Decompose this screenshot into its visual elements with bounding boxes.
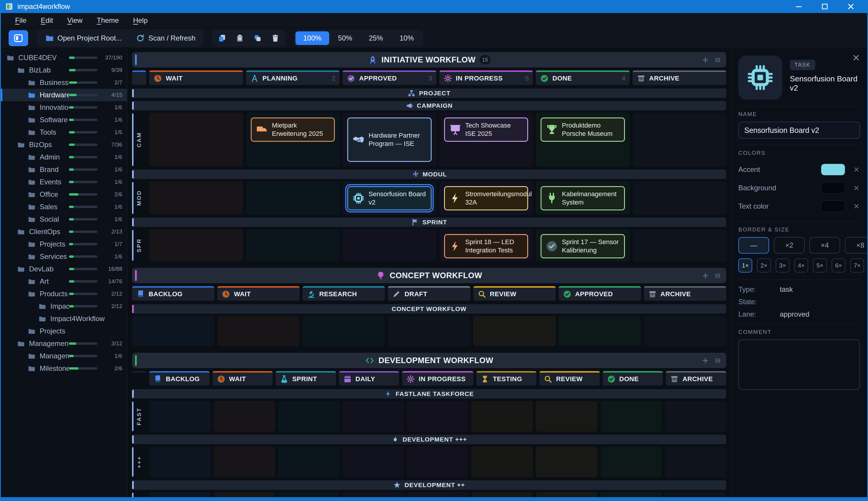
sidebar-item-brand[interactable]: Brand1/6 [1, 163, 127, 176]
sidebar-item-innovation[interactable]: Innovation1/6 [1, 101, 127, 114]
card-sprint-18-led-integration-tests[interactable]: Sprint 18 — LED Integration Tests [444, 234, 528, 258]
sidebar-item-projects[interactable]: Projects [1, 325, 127, 337]
sidebar-item-admin[interactable]: Admin1/6 [1, 151, 127, 163]
progress-indicator: 2/12 [69, 303, 122, 310]
border-option-x2[interactable]: ×2 [774, 237, 805, 254]
zoom-25percent-button[interactable]: 25% [361, 31, 391, 45]
progress-indicator: 1/6 [69, 204, 122, 210]
sidebar-item-devlab[interactable]: DevLab16/88 [1, 263, 127, 275]
border-option-none[interactable]: — [738, 237, 769, 254]
border-option-x4[interactable]: ×4 [809, 237, 840, 254]
size-option-5x[interactable]: 5× [813, 258, 827, 273]
sidebar-item-management[interactable]: Management1/6 [1, 350, 127, 362]
maximize-button[interactable] [821, 2, 829, 11]
add-card-icon[interactable] [701, 271, 709, 280]
column-header-wait: WAIT [213, 371, 273, 386]
column-header-planning: PLANNING2 [246, 71, 340, 85]
sidebar-item-projects[interactable]: Projects1/7 [1, 238, 127, 250]
sidebar-item-bizops[interactable]: BizOps7/36 [1, 138, 127, 151]
sidebar-item-hardware[interactable]: Hardware4/15 [1, 89, 127, 101]
card-produktdemo-porsche-museum[interactable]: Produktdemo Porsche Museum [541, 117, 625, 142]
sidebar-toggle-button[interactable] [9, 30, 28, 46]
background-swatch[interactable] [821, 182, 845, 194]
collapse-board-icon[interactable] [714, 57, 721, 63]
sidebar-item-impact4workflow[interactable]: Impact4Workflow [1, 312, 127, 325]
sidebar-item-sales[interactable]: Sales1/6 [1, 201, 127, 213]
sidebar-item-tools[interactable]: Tools1/5 [1, 126, 127, 138]
sidebar-item-clientops[interactable]: ClientOps2/13 [1, 225, 127, 238]
sidebar-item-cube4dev[interactable]: CUBE4DEV37/190 [1, 52, 127, 64]
progress-indicator: 14/76 [69, 278, 122, 285]
clear-color-icon[interactable] [853, 166, 860, 173]
card-tech-showcase-ise-2025[interactable]: Tech Showcase ISE 2025 [444, 117, 528, 142]
sidebar-item-milestones[interactable]: Milestones2/6 [1, 362, 127, 375]
clear-color-icon[interactable] [853, 184, 860, 191]
sidebar-item-bizlab[interactable]: BizLab9/39 [1, 64, 127, 76]
size-option-4x[interactable]: 4× [794, 258, 808, 273]
lane-gutter: ++ [132, 492, 146, 497]
band-label: PROJECT [419, 90, 450, 97]
card-kabelmanagement-system[interactable]: Kabelmanagement System [541, 186, 625, 210]
menu-item-file[interactable]: File [8, 14, 34, 26]
sidebar-item-art[interactable]: Art14/76 [1, 275, 127, 288]
add-card-icon[interactable] [701, 356, 709, 365]
scan-refresh-button[interactable]: Scan / Refresh [129, 31, 202, 45]
zoom-50percent-button[interactable]: 50% [330, 31, 360, 45]
hourglass-icon [480, 375, 489, 384]
size-option-3x[interactable]: 3× [776, 258, 790, 273]
close-window-button[interactable] [846, 2, 855, 11]
size-option-1x[interactable]: 1× [738, 258, 752, 273]
sidebar-item-business-development[interactable]: Business Development2/7 [1, 76, 127, 89]
collapse-board-icon[interactable] [714, 273, 721, 279]
sidebar-item-social[interactable]: Social1/6 [1, 213, 127, 225]
lane-label: MOD [136, 190, 142, 206]
clear-color-icon[interactable] [853, 203, 860, 210]
sidebar-item-management[interactable]: Management3/12 [1, 337, 127, 350]
menu-item-edit[interactable]: Edit [34, 14, 60, 26]
progress-count: 9/39 [101, 67, 122, 73]
board-cell [600, 492, 662, 497]
card-stromverteilungsmodul-32a[interactable]: Stromverteilungsmodul 32A [444, 186, 528, 210]
zoom-100percent-button[interactable]: 100% [295, 31, 329, 45]
menu-item-theme[interactable]: Theme [90, 14, 126, 26]
close-inspector-icon[interactable] [852, 53, 860, 62]
card-mietpark-erweiterung-2025[interactable]: Mietpark Erweiterung 2025 [251, 117, 335, 142]
tree-item-label: DevLab [29, 265, 69, 273]
sidebar-item-events[interactable]: Events1/6 [1, 176, 127, 188]
card-sprint-17-sensor-kalibrierung[interactable]: Sprint 17 — Sensor Kalibrierung [541, 234, 625, 258]
archive-icon [637, 74, 646, 83]
trash-button[interactable] [267, 31, 284, 45]
card-sensorfusion-board-v2[interactable]: Sensorfusion Board v2 [347, 186, 432, 210]
card-hardware-partner-program-ise[interactable]: Hardware Partner Program — ISE [347, 117, 432, 162]
accent-swatch[interactable] [821, 164, 845, 175]
sidebar-item-software[interactable]: Software1/6 [1, 114, 127, 126]
collapse-board-icon[interactable] [714, 358, 721, 364]
add-card-icon[interactable] [701, 56, 709, 64]
column-label: IN PROGRESS [456, 75, 503, 82]
magnifier-icon [543, 375, 552, 384]
sidebar-item-services[interactable]: Services1/6 [1, 250, 127, 263]
menu-item-view[interactable]: View [60, 14, 90, 26]
zoom-10percent-button[interactable]: 10% [392, 31, 422, 45]
board-header: DEVELOPMENT WORKFLOW [132, 353, 726, 368]
paste-button[interactable] [232, 31, 248, 45]
window-title: impact4workflow [18, 2, 70, 11]
task-name-input[interactable] [738, 121, 860, 139]
size-option-6x[interactable]: 6× [832, 258, 846, 273]
comment-textarea[interactable] [738, 339, 860, 390]
size-option-2x[interactable]: 2× [757, 258, 771, 273]
text-color-swatch[interactable] [821, 200, 845, 212]
column-header-archive: ARCHIVE [666, 371, 726, 386]
duplicate-button[interactable] [249, 31, 266, 45]
sidebar-item-products[interactable]: Products2/12 [1, 288, 127, 300]
border-option-x8[interactable]: ×8 [845, 237, 867, 254]
sidebar-item-office[interactable]: Office2/6 [1, 188, 127, 201]
sidebar-item-impact4immersive[interactable]: Impact4Immersive2/12 [1, 300, 127, 312]
copy-button[interactable] [214, 31, 230, 45]
minimize-button[interactable] [794, 2, 803, 11]
size-option-7x[interactable]: 7× [850, 258, 864, 273]
menu-item-help[interactable]: Help [126, 14, 155, 26]
lane-+++: +++ [132, 447, 726, 477]
open-project-root-button[interactable]: Open Project Root... [39, 31, 128, 45]
board-cell [303, 316, 385, 346]
